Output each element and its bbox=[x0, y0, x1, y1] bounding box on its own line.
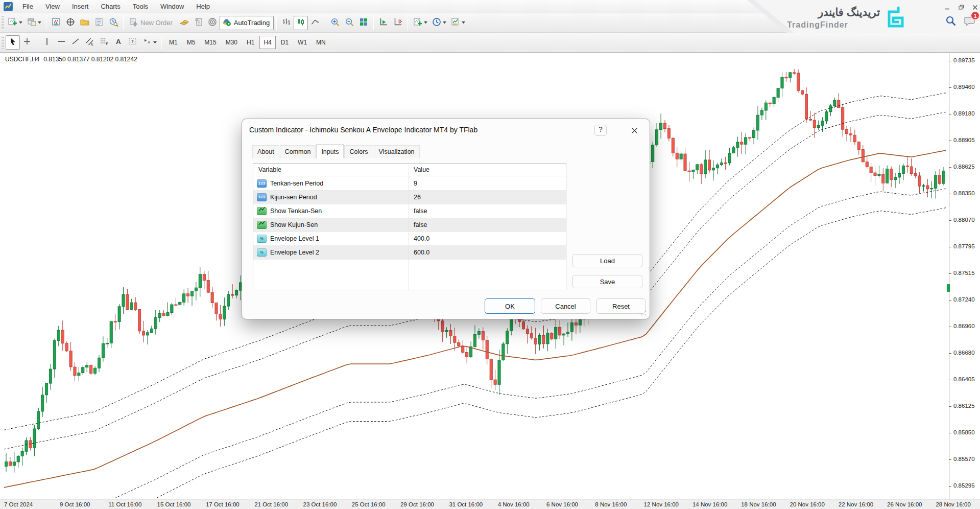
timeframe-m15[interactable]: M15 bbox=[200, 36, 220, 49]
scripts-button[interactable] bbox=[191, 16, 205, 30]
menu-charts[interactable]: Charts bbox=[94, 1, 126, 12]
chevron-down-icon[interactable] bbox=[153, 41, 157, 44]
periods-button[interactable] bbox=[429, 16, 448, 30]
time-tick-label: 20 Nov 16:00 bbox=[790, 501, 825, 507]
menu-tools[interactable]: Tools bbox=[127, 1, 154, 12]
dialog-help-button[interactable]: ? bbox=[594, 125, 607, 136]
tab-visualization[interactable]: Visualization bbox=[374, 145, 420, 158]
menu-insert[interactable]: Insert bbox=[66, 1, 95, 12]
input-row[interactable]: Show Kujun-Senfalse bbox=[253, 218, 566, 232]
input-row[interactable]: Show Tenkan-Senfalse bbox=[253, 204, 566, 218]
indicators-button[interactable] bbox=[411, 16, 429, 30]
chevron-down-icon[interactable] bbox=[38, 21, 41, 24]
parameter-value[interactable]: 9 bbox=[414, 180, 417, 187]
chevron-down-icon[interactable] bbox=[19, 21, 22, 24]
price-axis[interactable]: 0.897350.894600.891800.889050.886250.883… bbox=[949, 53, 980, 499]
load-button[interactable]: Load bbox=[572, 254, 642, 267]
save-button[interactable]: Save bbox=[572, 275, 642, 288]
input-row[interactable]: ½Envelope Level 2600.0 bbox=[253, 246, 566, 260]
menu-file[interactable]: File bbox=[16, 1, 39, 12]
tab-about[interactable]: About bbox=[252, 145, 279, 158]
vertical-line-button[interactable] bbox=[40, 35, 54, 50]
chart-shift-button[interactable] bbox=[391, 16, 405, 30]
menu-view[interactable]: View bbox=[39, 1, 66, 12]
crosshair-icon bbox=[22, 37, 32, 48]
tab-inputs[interactable]: Inputs bbox=[316, 144, 344, 158]
timeframe-m30[interactable]: M30 bbox=[222, 36, 242, 49]
chart-candles-button[interactable] bbox=[294, 16, 308, 30]
tab-common[interactable]: Common bbox=[280, 145, 316, 158]
templates-button[interactable] bbox=[448, 16, 467, 30]
data-window-button[interactable] bbox=[92, 16, 106, 30]
dialog-tabs: AboutCommonInputsColorsVisualization bbox=[252, 144, 420, 158]
trendline-button[interactable] bbox=[68, 35, 83, 50]
dialog-close-button[interactable] bbox=[628, 125, 641, 136]
parameter-value[interactable]: 600.0 bbox=[414, 249, 429, 256]
chevron-down-icon[interactable] bbox=[424, 21, 427, 24]
toolbar-grip[interactable] bbox=[2, 16, 4, 30]
arrows-button[interactable] bbox=[140, 35, 159, 50]
auto-scroll-button[interactable] bbox=[376, 16, 391, 30]
timeframe-d1[interactable]: D1 bbox=[277, 36, 293, 49]
resize-grip[interactable] bbox=[641, 310, 647, 316]
optimization-button[interactable] bbox=[205, 16, 220, 30]
tradingfinder-logo-icon bbox=[883, 5, 905, 31]
scripts-icon bbox=[193, 17, 203, 29]
menu-help[interactable]: Help bbox=[190, 1, 216, 12]
minimize-icon[interactable] bbox=[945, 3, 950, 12]
parameter-value[interactable]: 400.0 bbox=[414, 235, 429, 242]
svg-text:T: T bbox=[131, 38, 134, 44]
cursor-button[interactable] bbox=[6, 35, 20, 50]
input-row[interactable]: 123Tenkan-sen Period9 bbox=[253, 177, 566, 191]
autotrading-button[interactable]: AutoTrading bbox=[220, 16, 274, 30]
chevron-down-icon[interactable] bbox=[462, 21, 465, 24]
new-order-button[interactable]: New Order bbox=[126, 16, 177, 30]
parameter-name: Kijun-sen Period bbox=[270, 194, 317, 201]
toolbar-grip[interactable] bbox=[2, 36, 4, 50]
navigator-button[interactable] bbox=[63, 16, 78, 30]
chevron-down-icon[interactable] bbox=[443, 21, 446, 24]
time-axis[interactable]: 7 Oct 20249 Oct 16:0011 Oct 16:0015 Oct … bbox=[0, 499, 980, 509]
tab-colors[interactable]: Colors bbox=[344, 145, 373, 158]
parameter-value[interactable]: false bbox=[414, 207, 427, 215]
search-icon[interactable] bbox=[945, 15, 957, 29]
text-label-button[interactable]: T bbox=[126, 35, 140, 50]
parameter-value[interactable]: false bbox=[414, 221, 427, 228]
notifications-icon[interactable]: 1 bbox=[964, 15, 976, 29]
window-controls bbox=[945, 3, 978, 12]
zoom-out-button[interactable] bbox=[342, 16, 356, 30]
menu-window[interactable]: Window bbox=[154, 1, 190, 12]
fibonacci-button[interactable]: F bbox=[97, 35, 111, 50]
timeframe-w1[interactable]: W1 bbox=[294, 36, 311, 49]
time-tick-label: 14 Nov 16:00 bbox=[692, 501, 727, 507]
cancel-button[interactable]: Cancel bbox=[541, 298, 590, 314]
text-button[interactable]: A bbox=[111, 35, 126, 50]
chart-bars-button[interactable] bbox=[279, 16, 294, 30]
tile-windows-button[interactable] bbox=[356, 16, 371, 30]
favorites-button[interactable] bbox=[78, 16, 92, 30]
market-watch-button[interactable] bbox=[49, 16, 63, 30]
timeframe-m5[interactable]: M5 bbox=[183, 36, 200, 49]
timeframe-mn[interactable]: MN bbox=[312, 36, 330, 49]
new-chart-button[interactable] bbox=[6, 16, 25, 30]
strategy-tester-button[interactable] bbox=[106, 16, 121, 30]
price-tick-mark bbox=[949, 87, 951, 88]
crosshair-button[interactable] bbox=[20, 35, 34, 50]
reset-button[interactable]: Reset bbox=[596, 298, 646, 314]
profiles-button[interactable] bbox=[25, 16, 43, 30]
timeframe-h1[interactable]: H1 bbox=[243, 36, 258, 49]
custom-indicator-dialog[interactable]: Custom Indicator - Ichimoku Senkou A Env… bbox=[242, 119, 650, 319]
horizontal-line-button[interactable] bbox=[54, 35, 68, 50]
ok-button[interactable]: OK bbox=[485, 298, 535, 314]
equidistant-channel-button[interactable]: E bbox=[83, 35, 97, 50]
input-row[interactable]: ½Envelope Level 1400.0 bbox=[253, 232, 566, 246]
timeframe-m1[interactable]: M1 bbox=[165, 36, 182, 49]
timeframe-h4[interactable]: H4 bbox=[259, 36, 275, 49]
restore-icon[interactable] bbox=[959, 3, 964, 12]
expert-advisors-button[interactable] bbox=[177, 16, 191, 30]
parameter-value[interactable]: 26 bbox=[414, 194, 421, 201]
input-row[interactable]: 123Kijun-sen Period26 bbox=[253, 191, 566, 204]
chart-line-button[interactable] bbox=[308, 16, 322, 30]
inputs-table[interactable]: Variable Value 123Tenkan-sen Period9123K… bbox=[253, 163, 566, 290]
zoom-in-button[interactable] bbox=[328, 16, 342, 30]
